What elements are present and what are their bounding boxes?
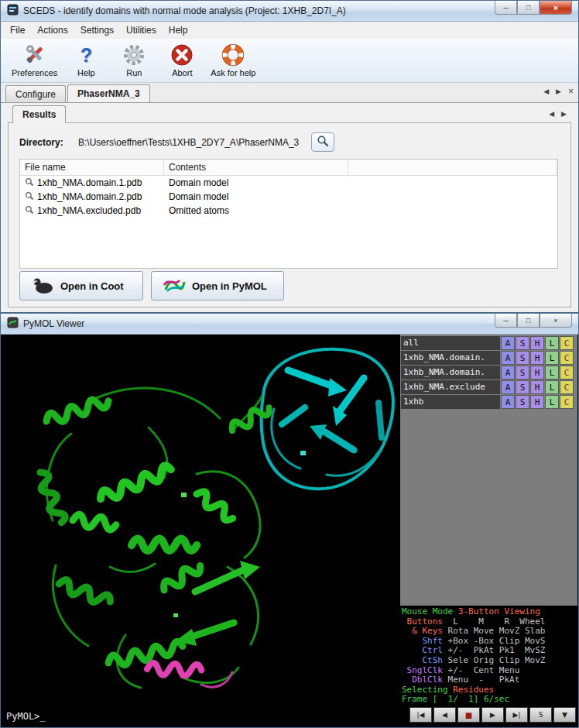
abort-button[interactable]: Abort	[159, 41, 204, 82]
menu-help[interactable]: Help	[163, 22, 194, 38]
object-name-domain1[interactable]: 1xhb_NMA.domain.	[401, 351, 500, 365]
results-prev-icon[interactable]: ◀	[549, 110, 554, 118]
show-button[interactable]: S	[516, 395, 529, 409]
column-header-contents: Contents	[164, 160, 348, 175]
file-name: 1xhb_NMA.excluded.pdb	[37, 205, 141, 216]
object-row: 1xhb A S H L C	[401, 395, 577, 409]
tab-phasernma-3[interactable]: PhaserNMA_3	[67, 84, 150, 102]
color-button[interactable]: C	[560, 336, 574, 350]
maximize-button[interactable]: □	[517, 1, 540, 15]
menu-actions[interactable]: Actions	[31, 22, 74, 38]
coot-bird-icon	[31, 275, 54, 297]
action-button[interactable]: A	[501, 366, 515, 379]
command-prompt[interactable]: PyMOL>_	[6, 711, 46, 722]
label-button[interactable]: L	[545, 395, 559, 409]
tab-close-icon[interactable]: ×	[568, 86, 574, 97]
action-button[interactable]: A	[501, 336, 515, 350]
action-button[interactable]: A	[501, 380, 515, 394]
desktop: SCEDS - identify domains with normal mod…	[0, 0, 579, 728]
label-button[interactable]: L	[545, 351, 559, 365]
play-button[interactable]: ▶	[481, 707, 504, 723]
object-row: all A S H L C	[401, 336, 577, 350]
object-row: 1xhb_NMA.domain. A S H L C	[401, 366, 577, 379]
viewport-3d[interactable]	[2, 335, 401, 726]
ask-for-help-button[interactable]: Ask for help	[207, 41, 259, 82]
file-name: 1xhb_NMA.domain.2.pdb	[37, 191, 142, 202]
show-button[interactable]: S	[516, 336, 529, 350]
sceds-titlebar[interactable]: SCEDS - identify domains with normal mod…	[1, 1, 578, 22]
menu-utilities[interactable]: Utilities	[120, 22, 163, 38]
table-row[interactable]: 1xhb_NMA.domain.1.pdb Domain model	[20, 176, 557, 190]
browse-directory-button[interactable]	[311, 132, 334, 152]
hide-button[interactable]: H	[530, 380, 544, 394]
object-name-1xhb[interactable]: 1xhb	[401, 395, 500, 409]
tab-configure[interactable]: Configure	[5, 85, 66, 102]
close-button[interactable]: ×	[540, 314, 572, 328]
magnifier-icon	[25, 191, 34, 203]
sceds-app-icon	[7, 4, 19, 19]
run-button[interactable]: Run	[111, 41, 156, 82]
toolbar: Preferences ? Help Run Abort	[1, 39, 578, 83]
menu-settings[interactable]: Settings	[74, 22, 120, 38]
menu-dropdown-button[interactable]: ▼	[553, 707, 576, 723]
object-name-excluded[interactable]: 1xhb_NMA.exclude	[401, 380, 500, 394]
file-contents: Omitted atoms	[164, 205, 348, 216]
object-name-domain2[interactable]: 1xhb_NMA.domain.	[401, 366, 500, 379]
menu-file[interactable]: File	[4, 22, 31, 38]
sceds-content: Results ◀ ▶ Directory: B:\Users\oeffner\…	[2, 103, 577, 311]
step-back-button[interactable]: ◀	[433, 707, 456, 723]
show-button[interactable]: S	[516, 351, 529, 365]
table-row[interactable]: 1xhb_NMA.excluded.pdb Omitted atoms	[20, 204, 557, 218]
label-button[interactable]: L	[545, 336, 559, 350]
show-button[interactable]: S	[516, 366, 529, 379]
tabs-prev-icon[interactable]: ◀	[543, 88, 549, 95]
preferences-label: Preferences	[12, 68, 57, 77]
file-name: 1xhb_NMA.domain.1.pdb	[37, 177, 142, 188]
action-button[interactable]: A	[501, 395, 515, 409]
stop-button[interactable]: ■	[457, 707, 480, 723]
hide-button[interactable]: H	[530, 336, 544, 350]
color-button[interactable]: C	[560, 395, 574, 409]
files-table: File name Contents 1xhb_NMA.domain.1.pdb…	[19, 159, 558, 269]
protein-structure	[2, 335, 401, 726]
table-row[interactable]: 1xhb_NMA.domain.2.pdb Domain model	[20, 190, 557, 204]
main-tab-bar: Configure PhaserNMA_3 ◀ ▶ ×	[1, 83, 578, 103]
run-label: Run	[126, 68, 142, 77]
hide-button[interactable]: H	[530, 366, 544, 379]
window-controls: ─ □ ×	[495, 1, 572, 15]
close-icon: ×	[553, 317, 557, 325]
open-in-pymol-button[interactable]: Open in PyMOL	[151, 271, 284, 300]
open-in-coot-button[interactable]: Open in Coot	[19, 271, 143, 300]
column-header-empty	[348, 160, 557, 175]
scene-button[interactable]: S	[529, 707, 552, 723]
color-button[interactable]: C	[560, 351, 574, 365]
label-button[interactable]: L	[545, 380, 559, 394]
tab-results[interactable]: Results	[12, 105, 66, 123]
maximize-icon: □	[526, 317, 530, 325]
maximize-button[interactable]: □	[517, 314, 540, 328]
minimize-button[interactable]: ─	[495, 1, 517, 15]
abort-x-icon	[170, 43, 194, 67]
results-next-icon[interactable]: ▶	[561, 110, 567, 118]
object-name-all[interactable]: all	[401, 336, 500, 350]
close-button[interactable]: ×	[540, 1, 572, 15]
preferences-button[interactable]: Preferences	[9, 41, 60, 82]
color-button[interactable]: C	[560, 366, 574, 379]
hide-button[interactable]: H	[530, 395, 544, 409]
preferences-tools-icon	[22, 43, 48, 67]
show-button[interactable]: S	[516, 380, 529, 394]
pymol-titlebar[interactable]: PyMOL Viewer ─ □ ×	[1, 314, 578, 335]
minimize-icon: ─	[503, 317, 508, 325]
minimize-button[interactable]: ─	[495, 314, 517, 328]
help-button[interactable]: ? Help	[63, 41, 108, 82]
run-gear-icon	[122, 43, 146, 67]
color-button[interactable]: C	[560, 380, 574, 394]
hide-button[interactable]: H	[530, 351, 544, 365]
fast-forward-button[interactable]: ▶|	[505, 707, 528, 723]
tabs-next-icon[interactable]: ▶	[556, 88, 561, 95]
help-label: Help	[77, 68, 95, 77]
frame-counter: Frame [ 1/ 1] 6/sec	[402, 695, 577, 705]
rewind-button[interactable]: |◀	[409, 707, 432, 723]
label-button[interactable]: L	[545, 366, 559, 379]
action-button[interactable]: A	[501, 351, 515, 365]
